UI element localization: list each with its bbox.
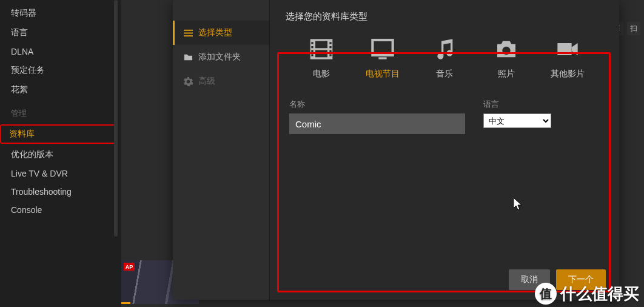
video-icon <box>555 37 580 61</box>
sidebar-item-troubleshooting[interactable]: Troubleshooting <box>0 183 121 201</box>
lang-select[interactable]: 中文 <box>483 113 551 128</box>
add-library-modal: 选择类型 添加文件夹 高级 选择您的资料库类型 电影 电视节目 <box>173 0 619 300</box>
type-music-label: 音乐 <box>436 69 453 79</box>
svg-rect-16 <box>379 57 387 59</box>
type-tv-label: 电视节目 <box>366 69 400 79</box>
svg-rect-13 <box>329 54 331 56</box>
type-movie[interactable]: 电影 <box>295 37 347 79</box>
svg-rect-2 <box>184 35 193 36</box>
svg-rect-1 <box>184 32 193 33</box>
sidebar-item-libraries[interactable]: 资料库 <box>0 124 116 144</box>
modal-step-advanced: 高级 <box>173 69 269 93</box>
modal-steps-nav: 选择类型 添加文件夹 高级 <box>173 0 270 300</box>
list-icon <box>184 29 193 38</box>
modal-step-select-type[interactable]: 选择类型 <box>173 21 269 45</box>
watermark: 值 什么值得买 <box>535 283 639 305</box>
settings-sidebar: 转码器 语言 DLNA 预定任务 花絮 管理 资料库 优化的版本 Live TV… <box>0 0 121 307</box>
sidebar-section-manage: 管理 <box>0 100 121 123</box>
svg-rect-7 <box>311 46 313 48</box>
svg-point-17 <box>502 47 510 55</box>
film-icon <box>309 37 334 61</box>
svg-rect-12 <box>329 50 331 52</box>
svg-rect-14 <box>315 48 327 50</box>
type-movie-label: 电影 <box>313 69 330 79</box>
svg-rect-9 <box>311 54 313 56</box>
svg-rect-10 <box>329 42 331 44</box>
music-icon <box>432 37 457 61</box>
sidebar-item-dlna[interactable]: DLNA <box>0 42 121 61</box>
type-music[interactable]: 音乐 <box>418 37 471 79</box>
lang-label: 语言 <box>483 99 551 110</box>
sidebar-item-console[interactable]: Console <box>0 201 121 219</box>
stage-button-2[interactable]: 扫 <box>627 22 640 35</box>
lang-field-wrapper: 语言 中文 <box>483 99 551 134</box>
name-label: 名称 <box>289 99 465 110</box>
svg-rect-11 <box>329 46 331 48</box>
watermark-coin: 值 <box>535 283 557 305</box>
cursor-icon <box>514 198 523 211</box>
modal-step-add-folder-label: 添加文件夹 <box>198 52 241 62</box>
svg-rect-18 <box>558 43 572 55</box>
thumbnail-progress <box>121 302 130 304</box>
library-form: 名称 语言 中文 <box>286 99 603 134</box>
type-photo-label: 照片 <box>498 69 515 79</box>
svg-rect-6 <box>311 42 313 44</box>
name-input[interactable] <box>289 113 465 134</box>
svg-rect-15 <box>373 40 393 55</box>
modal-step-select-type-label: 选择类型 <box>198 27 232 38</box>
type-tv[interactable]: 电视节目 <box>357 37 409 79</box>
type-other[interactable]: 其他影片 <box>542 37 594 79</box>
library-type-chooser: 电影 电视节目 音乐 照片 其他影片 <box>286 35 603 86</box>
modal-title: 选择您的资料库类型 <box>286 11 603 22</box>
watermark-text: 什么值得买 <box>560 283 639 305</box>
svg-rect-8 <box>311 50 313 52</box>
thumbnail-badge: AP <box>124 263 135 271</box>
sidebar-item-language[interactable]: 语言 <box>0 23 121 42</box>
sidebar-item-optimized[interactable]: 优化的版本 <box>0 145 121 164</box>
type-other-label: 其他影片 <box>551 69 585 79</box>
highlight-box <box>277 52 611 292</box>
modal-step-add-folder[interactable]: 添加文件夹 <box>173 45 269 69</box>
modal-step-advanced-label: 高级 <box>198 76 215 87</box>
svg-rect-0 <box>184 29 193 30</box>
name-field-wrapper: 名称 <box>289 99 465 134</box>
folder-icon <box>184 53 193 62</box>
type-photo[interactable]: 照片 <box>480 37 532 79</box>
camera-icon <box>494 37 518 61</box>
sidebar-item-extras[interactable]: 花絮 <box>0 80 121 100</box>
gear-icon <box>184 77 193 86</box>
tv-icon <box>371 37 395 61</box>
modal-body: 选择您的资料库类型 电影 电视节目 音乐 照片 其他影片 <box>270 0 619 300</box>
sidebar-item-transcoder[interactable]: 转码器 <box>0 4 121 23</box>
sidebar-item-scheduled[interactable]: 预定任务 <box>0 61 121 80</box>
sidebar-item-livetv-dvr[interactable]: Live TV & DVR <box>0 164 121 183</box>
